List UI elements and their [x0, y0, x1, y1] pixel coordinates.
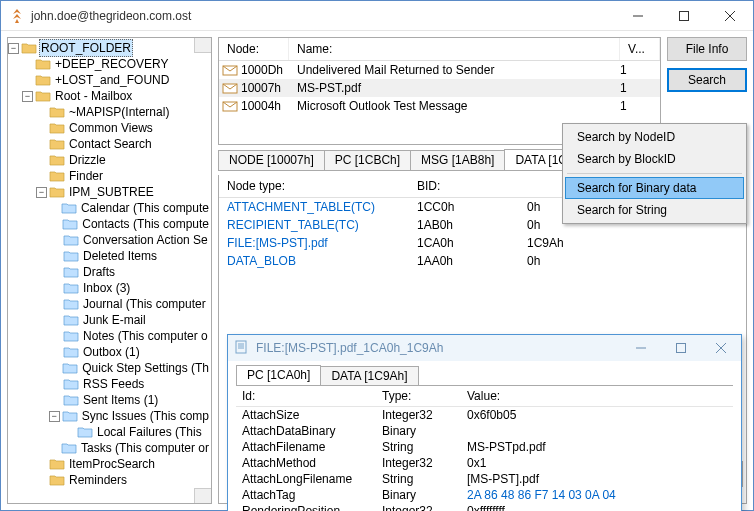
mail-icon: [219, 100, 241, 112]
tree-twisty[interactable]: −: [8, 43, 19, 54]
property-row[interactable]: AttachTagBinary2A 86 48 86 F7 14 03 0A 0…: [236, 487, 733, 503]
property-row[interactable]: AttachMethodInteger320x1: [236, 455, 733, 471]
property-row[interactable]: AttachDataBinaryBinary: [236, 423, 733, 439]
node-row[interactable]: 10007hMS-PST.pdf1: [219, 79, 660, 97]
col-name[interactable]: Name:: [289, 38, 620, 60]
doc-icon: [234, 340, 250, 356]
tree-item[interactable]: Common Views: [8, 120, 211, 136]
tree-item[interactable]: −Sync Issues (This comp: [8, 408, 211, 424]
folder-tree[interactable]: −ROOT_FOLDER+DEEP_RECOVERY+LOST_and_FOUN…: [7, 37, 212, 504]
search-nodeid[interactable]: Search by NodeID: [565, 126, 744, 148]
window-title: john.doe@thegrideon.com.ost: [31, 9, 615, 23]
tree-item[interactable]: Drafts: [8, 264, 211, 280]
tree-item[interactable]: Sent Items (1): [8, 392, 211, 408]
tree-item[interactable]: Notes (This computer o: [8, 328, 211, 344]
tree-item[interactable]: +DEEP_RECOVERY: [8, 56, 211, 72]
node-row[interactable]: 1000DhUndelivered Mail Returned to Sende…: [219, 61, 660, 79]
property-row[interactable]: AttachLongFilenameString[MS-PST].pdf: [236, 471, 733, 487]
search-menu: Search by NodeID Search by BlockID Searc…: [562, 123, 747, 224]
file-info-button[interactable]: File Info: [667, 37, 747, 61]
subwin-maximize[interactable]: [661, 335, 701, 361]
tree-item[interactable]: RSS Feeds: [8, 376, 211, 392]
tab-msg[interactable]: MSG [1AB8h]: [410, 150, 505, 170]
close-button[interactable]: [707, 1, 753, 31]
node-row[interactable]: 10004hMicrosoft Outlook Test Message1: [219, 97, 660, 115]
col-v[interactable]: V...: [620, 38, 660, 60]
tree-item[interactable]: Inbox (3): [8, 280, 211, 296]
search-button[interactable]: Search: [667, 68, 747, 92]
tab-node[interactable]: NODE [10007h]: [218, 150, 325, 170]
menu-separator: [567, 173, 742, 174]
tree-item[interactable]: Finder: [8, 168, 211, 184]
maximize-button[interactable]: [661, 1, 707, 31]
property-row[interactable]: AttachSizeInteger320x6f0b05: [236, 407, 733, 423]
tree-item[interactable]: Calendar (This compute: [8, 200, 211, 216]
tree-item[interactable]: Outbox (1): [8, 344, 211, 360]
nodetype-row[interactable]: FILE:[MS-PST].pdf1CA0h1C9Ah: [219, 234, 746, 252]
tree-twisty[interactable]: −: [22, 91, 33, 102]
subwin-close[interactable]: [701, 335, 741, 361]
tree-item[interactable]: Local Failures (This: [8, 424, 211, 440]
mail-icon: [219, 64, 241, 76]
tree-item[interactable]: Reminders: [8, 472, 211, 488]
subtab-data[interactable]: DATA [1C9Ah]: [320, 366, 418, 385]
tree-item[interactable]: −ROOT_FOLDER: [8, 40, 211, 56]
tree-twisty[interactable]: −: [49, 411, 60, 422]
col-bid[interactable]: BID:: [409, 175, 519, 197]
search-string[interactable]: Search for String: [565, 199, 744, 221]
col-value[interactable]: Value:: [461, 386, 733, 406]
svg-rect-1: [680, 11, 689, 20]
tree-item[interactable]: Quick Step Settings (Th: [8, 360, 211, 376]
tree-item[interactable]: Drizzle: [8, 152, 211, 168]
search-binary[interactable]: Search for Binary data: [565, 177, 744, 199]
col-type[interactable]: Type:: [376, 386, 461, 406]
app-icon: [9, 8, 25, 24]
svg-rect-7: [236, 341, 246, 353]
tree-item[interactable]: −Root - Mailbox: [8, 88, 211, 104]
col-id[interactable]: Id:: [236, 386, 376, 406]
tree-item[interactable]: Junk E-mail: [8, 312, 211, 328]
tree-item[interactable]: Deleted Items: [8, 248, 211, 264]
tree-item[interactable]: Conversation Action Se: [8, 232, 211, 248]
property-window: FILE:[MS-PST].pdf_1CA0h_1C9Ah PC [1CA0h]…: [227, 334, 742, 511]
tree-item[interactable]: Journal (This computer: [8, 296, 211, 312]
nodetype-row[interactable]: DATA_BLOB1AA0h0h: [219, 252, 746, 270]
property-row[interactable]: AttachFilenameStringMS-PSTpd.pdf: [236, 439, 733, 455]
tree-twisty[interactable]: −: [36, 187, 47, 198]
subwin-title: FILE:[MS-PST].pdf_1CA0h_1C9Ah: [256, 341, 621, 355]
tree-item[interactable]: Contact Search: [8, 136, 211, 152]
subtab-pc[interactable]: PC [1CA0h]: [236, 365, 321, 385]
tab-pc[interactable]: PC [1CBCh]: [324, 150, 411, 170]
tree-item[interactable]: −IPM_SUBTREE: [8, 184, 211, 200]
subwin-minimize[interactable]: [621, 335, 661, 361]
tree-item[interactable]: Tasks (This computer or: [8, 440, 211, 456]
tree-item[interactable]: ~MAPISP(Internal): [8, 104, 211, 120]
search-blockid[interactable]: Search by BlockID: [565, 148, 744, 170]
tree-item[interactable]: +LOST_and_FOUND: [8, 72, 211, 88]
svg-rect-12: [677, 344, 686, 353]
property-row[interactable]: RenderingPositionInteger320xffffffff: [236, 503, 733, 511]
tree-item[interactable]: Contacts (This compute: [8, 216, 211, 232]
mail-icon: [219, 82, 241, 94]
col-nodetype[interactable]: Node type:: [219, 175, 409, 197]
tree-item[interactable]: ItemProcSearch: [8, 456, 211, 472]
minimize-button[interactable]: [615, 1, 661, 31]
col-node[interactable]: Node:: [219, 38, 289, 60]
